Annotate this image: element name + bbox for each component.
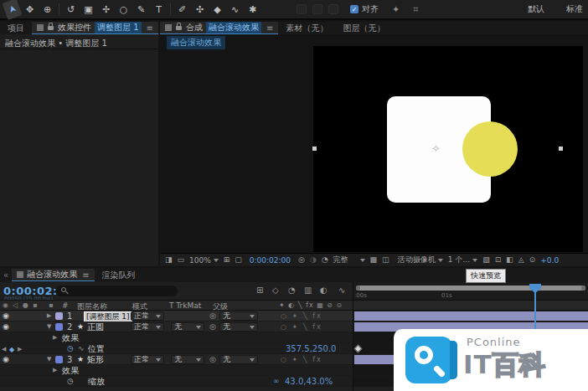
parent-dropdown[interactable]: 无 <box>219 322 258 332</box>
roto-brush-tool[interactable]: ∿ <box>226 2 244 17</box>
property-name[interactable]: 位置 <box>88 344 105 353</box>
toolbar-extra-icon-1[interactable]: ✦ <box>392 4 400 15</box>
rotation-tool[interactable]: ↺ <box>62 2 80 17</box>
viewer-comp-tab[interactable]: 融合滚动效果 <box>167 36 225 49</box>
audio-column-icon[interactable]: ◁ <box>13 301 18 309</box>
effects-group-label[interactable]: 效果 <box>62 333 79 342</box>
expand-arrow-icon[interactable]: ▶ <box>53 366 57 375</box>
expand-arrow-icon[interactable]: ▼ <box>47 322 51 332</box>
expand-arrow-icon[interactable]: ▶ <box>47 311 51 321</box>
lock-icon[interactable] <box>48 26 54 30</box>
layer-switches-icons[interactable]: ○ ✦ ╲ fx <box>281 355 322 364</box>
tab-layer[interactable]: 图层（无） <box>335 23 392 34</box>
eye-icon[interactable]: ◉ <box>3 355 9 364</box>
always-preview-icon[interactable]: ◨ <box>165 256 173 264</box>
clone-stamp-tool[interactable]: ✣ <box>191 2 209 17</box>
safe-margins-icon[interactable]: ⊞ <box>224 256 230 264</box>
label-color-swatch[interactable] <box>55 323 63 331</box>
reset-exposure-icon[interactable]: ⊙ <box>529 256 536 264</box>
transparency-grid-icon[interactable]: ▩ <box>370 256 378 264</box>
region-icon[interactable]: ◧ <box>506 256 513 264</box>
workspace-default[interactable]: 默认 <box>528 3 544 15</box>
keyframe-current-icon[interactable]: ◆ <box>9 345 14 354</box>
tab-footage[interactable]: 素材（无） <box>278 23 335 34</box>
viewer-timecode[interactable]: 0:00:02:00 <box>250 256 291 265</box>
magnification-dropdown[interactable]: 100% <box>189 256 219 265</box>
layer-name[interactable]: 矩形 <box>87 355 104 364</box>
trkmat-dropdown[interactable]: 无 <box>171 355 204 364</box>
lock-column-icon[interactable]: ▪ <box>33 301 37 309</box>
shy-layers-icon[interactable]: ◔ <box>288 286 296 295</box>
region-of-interest-icon[interactable]: ▢ <box>235 256 242 264</box>
effects-group-label[interactable]: 效果 <box>62 366 79 375</box>
tab-timeline-comp[interactable]: 融合滚动效果 ≡ <box>12 269 94 281</box>
motion-blur-icon[interactable]: ◐ <box>320 286 328 295</box>
pen-tool[interactable]: ✎ <box>132 2 150 17</box>
work-area-bar[interactable] <box>356 286 585 291</box>
main-view-icon[interactable]: ▭ <box>178 256 185 264</box>
stopwatch-icon[interactable]: ◷ <box>67 344 74 353</box>
stopwatch-icon[interactable]: ◷ <box>67 377 74 386</box>
tab-composition[interactable]: 合成 融合滚动效果 ≡ <box>160 22 278 34</box>
blend-mode-dropdown[interactable]: 正常 <box>131 355 164 364</box>
layer-switches-icons[interactable]: ○ ✦ ╲ fx <box>281 322 322 332</box>
time-ruler[interactable]: :00s 01s <box>353 282 588 300</box>
position-value[interactable]: 357.5,250.0 <box>286 344 336 353</box>
property-graph-icon[interactable]: ∿ <box>78 344 85 353</box>
parent-pickwhip-icon[interactable]: ◎ <box>209 355 216 364</box>
type-tool[interactable]: T <box>150 2 168 17</box>
eye-icon[interactable]: ◉ <box>3 311 9 321</box>
exposure-value[interactable]: +0.0 <box>540 256 559 265</box>
layer-duration-bar[interactable] <box>354 311 588 321</box>
selection-handle-right[interactable] <box>559 147 563 151</box>
constrain-link-icon[interactable]: ∞ <box>273 377 280 386</box>
trkmat-dropdown[interactable]: 无 <box>171 322 204 332</box>
yellow-circle-shape[interactable] <box>462 121 518 177</box>
fast-previews-icon[interactable]: ▧ <box>482 256 490 264</box>
snap-checkbox[interactable]: ✓ <box>350 5 358 13</box>
eraser-tool[interactable]: ◆ <box>209 2 226 17</box>
solo-column-icon[interactable]: ● <box>23 301 28 309</box>
expand-arrow-icon[interactable]: ▶ <box>53 333 57 342</box>
camera-wireframe-icon[interactable]: ◬ <box>518 256 524 264</box>
anchor-point-icon[interactable]: ✧ <box>431 142 441 155</box>
timeline-search-input[interactable] <box>55 286 178 296</box>
parent-pickwhip-icon[interactable]: ◎ <box>209 311 216 321</box>
draft-icon[interactable]: ⊡ <box>495 256 502 264</box>
selection-handle-left[interactable] <box>312 147 317 151</box>
property-name[interactable]: 缩放 <box>88 377 105 386</box>
show-snapshot-icon[interactable]: ◑ <box>310 256 317 264</box>
camera-view-dropdown[interactable]: 活动摄像机 <box>398 255 443 265</box>
tab-effect-controls[interactable]: 效果控件 调整图层 1 ≡ <box>32 22 158 34</box>
workspace-standard[interactable]: 标准 <box>566 3 583 15</box>
mini-flowchart-icon[interactable]: ⊞ <box>256 286 263 295</box>
hand-tool[interactable]: ✥ <box>21 2 39 17</box>
tab-project[interactable]: 项目 <box>0 23 32 34</box>
parent-pickwhip-icon[interactable]: ◎ <box>209 322 216 332</box>
selection-tool[interactable]: ➤ <box>2 0 22 20</box>
view-layout-dropdown[interactable]: 1 个… <box>448 255 478 265</box>
brush-tool[interactable]: ✐ <box>173 2 191 17</box>
zoom-tool[interactable]: ⊕ <box>39 2 56 17</box>
pixel-aspect-icon[interactable]: ◫ <box>382 256 389 264</box>
channels-icon[interactable]: ◔ <box>322 256 328 264</box>
blend-mode-dropdown[interactable]: 正常 <box>131 311 164 321</box>
pan-behind-tool[interactable]: ✢ <box>97 2 115 17</box>
scale-value[interactable]: 43.0,43.0% <box>285 377 333 386</box>
parent-dropdown[interactable]: 无 <box>219 311 258 321</box>
panel-menu-icon[interactable]: ≡ <box>82 270 89 280</box>
resolution-dropdown[interactable]: 完整 <box>333 255 365 265</box>
label-color-swatch[interactable] <box>55 356 63 363</box>
panel-menu-icon[interactable]: ≡ <box>147 23 153 33</box>
layer-switches-icons[interactable]: ○ ✦ ╲ fx <box>281 311 322 321</box>
panel-menu-icon[interactable]: ≡ <box>266 23 273 33</box>
tab-scroll-chevron-icon[interactable]: « <box>0 270 12 280</box>
tab-render-queue[interactable]: 渲染队列 <box>95 270 143 281</box>
layer-name[interactable]: 正圆 <box>87 322 104 332</box>
expand-arrow-icon[interactable]: ▼ <box>47 355 51 364</box>
toolbar-extra-icon-2[interactable]: ⌗ <box>413 4 418 15</box>
camera-tool[interactable]: ▣ <box>80 2 97 17</box>
parent-dropdown[interactable]: 无 <box>219 355 258 364</box>
shape-tool[interactable]: ○ <box>115 2 132 17</box>
trkmat-column-header[interactable]: T TrkMat <box>169 301 201 310</box>
